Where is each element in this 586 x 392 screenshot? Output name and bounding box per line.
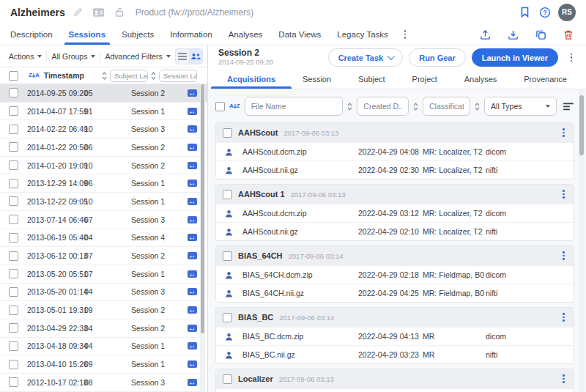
acquisitions-scrollbar[interactable]: [579, 89, 585, 392]
tab-analyses[interactable]: Analyses: [229, 24, 263, 45]
acquisition-header[interactable]: BIAS_BC 2017-09-06 03:14: [216, 308, 574, 327]
tab-subject[interactable]: Subject: [358, 70, 385, 89]
row-checkbox[interactable]: [9, 306, 18, 315]
acquisition-kebab-icon[interactable]: [560, 128, 568, 137]
acquisition-kebab-icon[interactable]: [560, 313, 568, 322]
tab-analyses[interactable]: Analyses: [464, 70, 497, 89]
tab-description[interactable]: Description: [10, 24, 53, 45]
file-row[interactable]: AAHScout.dcm.zip 2022-04-29 03:12 MR: Lo…: [216, 204, 574, 222]
row-checkbox[interactable]: [9, 360, 18, 369]
acquisition-header[interactable]: AAHScout 1 2017-09-06 03:13: [216, 185, 574, 204]
file-name-filter-input[interactable]: [245, 97, 344, 116]
session-row[interactable]: 2013-05-20 05:51 07 Session 1: [0, 265, 207, 284]
row-checkbox[interactable]: [9, 125, 18, 134]
sort-arrows-icon[interactable]: [151, 72, 156, 80]
sort-arrows-icon[interactable]: [347, 103, 352, 111]
subject-label-filter[interactable]: Subject Label: [110, 70, 148, 82]
groups-dropdown[interactable]: All Groups: [51, 52, 95, 61]
select-all-files-checkbox[interactable]: [215, 102, 225, 111]
launch-in-viewer-button[interactable]: Launch in Viewer: [472, 48, 558, 67]
session-row[interactable]: 2014-02-22 06:49 10 Session 3: [0, 120, 207, 138]
acquisition-checkbox[interactable]: [223, 190, 232, 199]
row-checkbox[interactable]: [9, 196, 18, 206]
session-label-filter[interactable]: Session Label: [159, 70, 197, 82]
acquisition-kebab-icon[interactable]: [560, 190, 568, 199]
file-row[interactable]: Localizer.dcm.zip 2022-04-29 02:25 MR: L…: [216, 388, 574, 392]
acquisition-header[interactable]: Localizer 2017-09-06 03:13: [216, 369, 574, 388]
row-checkbox[interactable]: [9, 323, 18, 333]
select-all-checkbox[interactable]: [9, 71, 18, 81]
tabs-overflow-kebab-icon[interactable]: [404, 24, 407, 45]
copy-icon[interactable]: [533, 27, 548, 42]
list-view-icon[interactable]: [176, 49, 189, 64]
session-row[interactable]: 2012-10-17 02:18 08 Session 3: [0, 374, 207, 392]
acquisition-checkbox[interactable]: [223, 313, 232, 322]
sort-arrows-icon[interactable]: [475, 103, 480, 111]
row-checkbox[interactable]: [9, 215, 18, 224]
scrollbar-thumb[interactable]: [201, 84, 204, 333]
file-row[interactable]: AAHScout.dcm.zip 2022-04-29 04:08 MR: Lo…: [216, 142, 574, 160]
tab-subjects[interactable]: Subjects: [122, 24, 154, 45]
session-row[interactable]: 2014-01-20 19:09 10 Session 2: [0, 157, 207, 175]
session-row[interactable]: 2013-12-29 14:09 06 Session 1: [0, 174, 207, 193]
tab-legacy-tasks[interactable]: Legacy Tasks: [337, 24, 387, 45]
tab-acquisitions[interactable]: Acquisitions: [227, 70, 275, 89]
session-row[interactable]: 2013-05-20 01:14 04 Session 3: [0, 284, 207, 302]
file-row[interactable]: BIAS_64CH.dcm.zip 2022-04-29 02:18 MR: F…: [216, 265, 574, 284]
session-row[interactable]: 2014-04-07 17:59 01 Session 1: [0, 103, 207, 121]
tab-data-views[interactable]: Data Views: [278, 24, 321, 45]
edit-title-icon[interactable]: [71, 5, 86, 20]
download-icon[interactable]: [505, 27, 520, 42]
acquisition-checkbox[interactable]: [223, 251, 232, 261]
subjects-view-icon[interactable]: [189, 49, 202, 64]
row-checkbox[interactable]: [9, 179, 18, 188]
acquisition-checkbox[interactable]: [223, 374, 232, 384]
row-checkbox[interactable]: [9, 106, 18, 116]
sort-arrows-icon[interactable]: [102, 72, 107, 80]
sessions-scrollbar[interactable]: [200, 84, 205, 392]
avatar[interactable]: RS: [558, 4, 576, 21]
session-row[interactable]: 2013-12-22 09:05 10 Session 1: [0, 193, 207, 211]
acquisition-header[interactable]: BIAS_64CH 2017-09-06 03:14: [216, 246, 574, 265]
session-row[interactable]: 2014-09-25 09:20 05 Session 2: [0, 84, 207, 103]
session-row[interactable]: 2013-05-01 19:31 09 Session 2: [0, 301, 207, 319]
group-permissions-icon[interactable]: [92, 5, 106, 20]
acquisition-checkbox[interactable]: [223, 128, 232, 138]
session-row[interactable]: 2013-06-12 00:13 07 Session 2: [0, 247, 207, 265]
file-row[interactable]: BIAS_BC.dcm.zip 2022-04-29 04:13 MR dico…: [216, 327, 574, 345]
row-checkbox[interactable]: [9, 142, 18, 152]
row-checkbox[interactable]: [9, 287, 18, 297]
sort-alpha-icon[interactable]: ZA: [29, 73, 40, 78]
sort-alpha-icon[interactable]: AZ: [229, 103, 240, 109]
type-filter-select[interactable]: All Types: [484, 97, 557, 116]
tab-provenance[interactable]: Provenance: [524, 70, 567, 89]
acquisition-kebab-icon[interactable]: [560, 374, 568, 383]
session-row[interactable]: 2013-04-10 15:26 09 Session 1: [0, 355, 207, 374]
row-checkbox[interactable]: [9, 251, 18, 261]
create-task-button[interactable]: Create Task: [328, 48, 404, 67]
session-kebab-icon[interactable]: [564, 51, 579, 65]
session-row[interactable]: 2013-07-14 06:46 07 Session 3: [0, 211, 207, 229]
file-row[interactable]: AAHScout.nii.gz 2022-04-29 02:10 MR: Loc…: [216, 222, 574, 240]
file-row[interactable]: AAHScout.nii.gz 2022-04-29 02:30 MR: Loc…: [216, 160, 574, 179]
classification-filter-input[interactable]: [423, 97, 470, 116]
file-row[interactable]: BIAS_64CH.nii.gz 2022-04-29 04:25 MR: Fi…: [216, 284, 574, 302]
timestamp-column-header[interactable]: Timestamp: [44, 71, 84, 80]
upload-icon[interactable]: [478, 27, 492, 42]
created-date-filter-input[interactable]: [357, 97, 409, 116]
acquisition-kebab-icon[interactable]: [560, 251, 568, 260]
tab-information[interactable]: Information: [170, 24, 212, 45]
tab-project[interactable]: Project: [412, 70, 437, 89]
scrollbar-thumb[interactable]: [579, 95, 584, 155]
row-checkbox[interactable]: [9, 377, 18, 387]
help-icon[interactable]: ?: [538, 5, 552, 20]
row-checkbox[interactable]: [9, 341, 18, 351]
session-row[interactable]: 2013-06-19 05:40 04 Session 4: [0, 229, 207, 248]
tab-sessions[interactable]: Sessions: [69, 24, 106, 45]
acquisition-header[interactable]: AAHScout 2017-09-06 03:13: [216, 123, 574, 142]
actions-dropdown[interactable]: Actions: [9, 52, 42, 61]
tab-session[interactable]: Session: [303, 70, 331, 89]
sort-arrows-icon[interactable]: [413, 103, 418, 111]
session-row[interactable]: 2014-01-22 20:50 06 Session 2: [0, 138, 207, 157]
row-checkbox[interactable]: [9, 233, 18, 243]
